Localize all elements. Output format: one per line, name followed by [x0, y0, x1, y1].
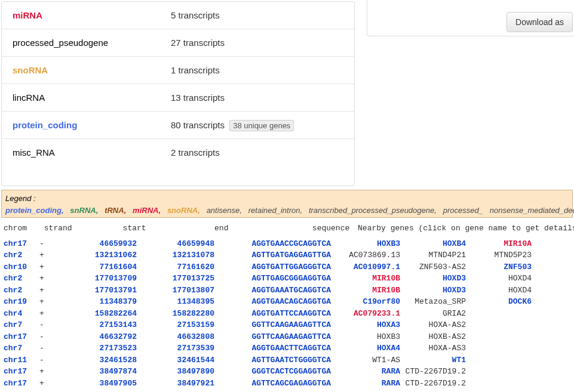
nearby-gene[interactable]: MIR10A: [466, 238, 532, 250]
cell-chrom[interactable]: chr11: [4, 354, 39, 366]
cell-sequence[interactable]: AGGTGAACAGCAGGTGA: [214, 296, 334, 308]
summary-row[interactable]: snoRNA1 transcripts: [2, 57, 354, 84]
nearby-gene[interactable]: C19orf80: [334, 296, 400, 308]
cell-chrom[interactable]: chr2: [4, 285, 39, 297]
legend-item: snoRNA,: [167, 206, 200, 215]
nearby-gene[interactable]: HOXB-AS2: [400, 331, 466, 343]
nearby-gene[interactable]: RARA: [334, 366, 400, 378]
cell-chrom[interactable]: chr10: [4, 261, 39, 273]
cell-end[interactable]: 38497921: [137, 378, 214, 390]
nearby-gene[interactable]: HOXD3: [400, 273, 466, 285]
cell-sequence[interactable]: AGTTCAGCGAGAGGTGA: [214, 378, 334, 390]
nearby-gene[interactable]: HOXB3: [334, 238, 400, 250]
nearby-gene[interactable]: HOXA-AS3: [400, 342, 466, 354]
legend-prefix: Legend :: [5, 194, 36, 203]
cell-strand: +: [39, 249, 68, 261]
nearby-gene[interactable]: ZNF503-AS2: [400, 261, 466, 273]
legend-item: antisense,: [207, 206, 242, 215]
cell-start[interactable]: 38497874: [68, 366, 137, 378]
cell-chrom[interactable]: chr7: [4, 342, 39, 354]
nearby-gene[interactable]: AC073869.13: [334, 249, 400, 261]
cell-chrom[interactable]: chr2: [4, 273, 39, 285]
nearby-gene[interactable]: WT1-AS: [334, 354, 400, 366]
cell-chrom[interactable]: chr17: [4, 238, 39, 250]
results-table: chrom strand start end sequence Nearby g…: [0, 219, 574, 389]
cell-start[interactable]: 177013791: [68, 285, 137, 297]
nearby-gene[interactable]: MIR10B: [334, 273, 400, 285]
cell-sequence[interactable]: AGTTGAGCGGGAGGTGA: [214, 273, 334, 285]
cell-sequence[interactable]: AGTTGATGAGGAGTTGA: [214, 249, 334, 261]
cell-end[interactable]: 132131078: [137, 249, 214, 261]
cell-end[interactable]: 46632808: [137, 331, 214, 343]
summary-label: lincRNA: [13, 92, 171, 103]
nearby-gene[interactable]: HOXA3: [334, 319, 400, 331]
cell-sequence[interactable]: GGGTCACTCGGAGGTGA: [214, 366, 334, 378]
nearby-gene[interactable]: DOCK6: [466, 296, 532, 308]
cell-end[interactable]: 158282280: [137, 308, 214, 320]
nearby-gene[interactable]: MTND4P21: [400, 249, 466, 261]
nearby-gene[interactable]: HOXD4: [466, 273, 532, 285]
cell-chrom[interactable]: chr2: [4, 249, 39, 261]
cell-start[interactable]: 27153143: [68, 319, 137, 331]
cell-start[interactable]: 77161604: [68, 261, 137, 273]
cell-end[interactable]: 32461544: [137, 354, 214, 366]
cell-sequence[interactable]: AGTTGAATCTGGGGTCA: [214, 354, 334, 366]
summary-panel[interactable]: miRNA5 transcripts processed_pseudogene2…: [1, 1, 355, 186]
summary-row[interactable]: misc_RNA2 transcripts: [2, 139, 354, 166]
cell-start[interactable]: 38497905: [68, 378, 137, 390]
cell-end[interactable]: 177013807: [137, 285, 214, 297]
cell-chrom[interactable]: chr4: [4, 308, 39, 320]
nearby-gene[interactable]: HOXD4: [466, 285, 532, 297]
cell-start[interactable]: 158282264: [68, 308, 137, 320]
nearby-gene[interactable]: AC079233.1: [334, 308, 400, 320]
summary-row[interactable]: protein_coding80 transcripts 38 unique g…: [2, 112, 354, 139]
nearby-gene[interactable]: CTD-2267D19.2: [400, 378, 466, 390]
cell-end[interactable]: 46659948: [137, 238, 214, 250]
download-button[interactable]: Download as: [507, 12, 573, 32]
cell-end[interactable]: 177013725: [137, 273, 214, 285]
nearby-gene[interactable]: HOXA-AS2: [400, 319, 466, 331]
summary-row[interactable]: processed_pseudogene27 transcripts: [2, 29, 354, 57]
cell-chrom[interactable]: chr17: [4, 378, 39, 390]
cell-chrom[interactable]: chr19: [4, 296, 39, 308]
nearby-gene[interactable]: HOXB3: [334, 331, 400, 343]
cell-start[interactable]: 46659932: [68, 238, 137, 250]
cell-end[interactable]: 27153159: [137, 319, 214, 331]
nearby-gene[interactable]: Metazoa_SRP: [400, 296, 466, 308]
summary-row[interactable]: lincRNA13 transcripts: [2, 84, 354, 112]
cell-end[interactable]: 27173539: [137, 342, 214, 354]
nearby-gene[interactable]: CTD-2267D19.2: [400, 366, 466, 378]
cell-start[interactable]: 177013709: [68, 273, 137, 285]
nearby-gene[interactable]: ZNF503: [466, 261, 532, 273]
nearby-gene[interactable]: MIR10B: [334, 285, 400, 297]
nearby-gene[interactable]: GRIA2: [400, 308, 466, 320]
nearby-gene[interactable]: AC010997.1: [334, 261, 400, 273]
cell-chrom[interactable]: chr17: [4, 366, 39, 378]
cell-sequence[interactable]: GGTTCAAGAAGAGTTCA: [214, 331, 334, 343]
nearby-gene[interactable]: RARA: [334, 378, 400, 390]
cell-chrom[interactable]: chr17: [4, 331, 39, 343]
cell-sequence[interactable]: GGTTCAAGAAGAGTTCA: [214, 319, 334, 331]
cell-start[interactable]: 27173523: [68, 342, 137, 354]
cell-end[interactable]: 38497890: [137, 366, 214, 378]
cell-sequence[interactable]: AGGTGAAATGCAGGTCA: [214, 285, 334, 297]
nearby-gene[interactable]: HOXB4: [400, 238, 466, 250]
nearby-gene[interactable]: WT1: [400, 354, 466, 366]
nearby-gene[interactable]: MTND5P23: [466, 249, 532, 261]
summary-row[interactable]: miRNA5 transcripts: [2, 2, 354, 29]
cell-start[interactable]: 32461528: [68, 354, 137, 366]
cell-sequence[interactable]: AGGTGAACTTCAGGTCA: [214, 342, 334, 354]
cell-start[interactable]: 132131062: [68, 249, 137, 261]
cell-sequence[interactable]: AGGTGATTGGAGGGTCA: [214, 261, 334, 273]
cell-sequence[interactable]: AGGTGAACCGCAGGTCA: [214, 238, 334, 250]
cell-chrom[interactable]: chr7: [4, 319, 39, 331]
cell-end[interactable]: 77161620: [137, 261, 214, 273]
nearby-gene[interactable]: HOXD3: [400, 285, 466, 297]
nearby-gene[interactable]: HOXA4: [334, 342, 400, 354]
cell-end[interactable]: 11348395: [137, 296, 214, 308]
hdr-start: start: [78, 223, 146, 234]
hdr-sequence: sequence: [233, 223, 353, 234]
cell-start[interactable]: 46632792: [68, 331, 137, 343]
cell-sequence[interactable]: AGGTGATTCCAAGGTCA: [214, 308, 334, 320]
cell-start[interactable]: 11348379: [68, 296, 137, 308]
